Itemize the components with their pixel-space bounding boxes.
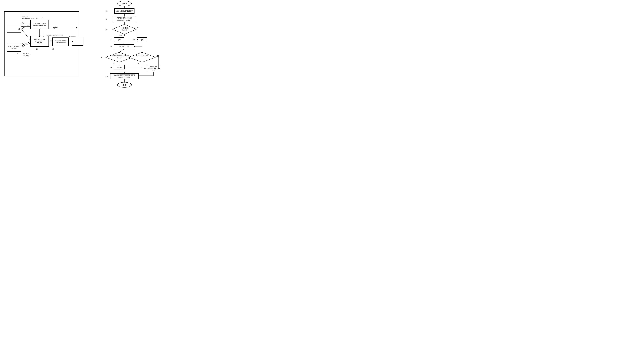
svg-marker-35: [52, 41, 53, 42]
diagram-detail-arrows: [0, 0, 82, 91]
svg-line-42: [22, 43, 30, 47]
svg-text:CALCULATE Fm: CALCULATE Fm: [119, 46, 130, 48]
svg-line-28: [22, 30, 30, 40]
svg-text:S7: S7: [101, 56, 102, 58]
svg-line-40: [22, 44, 23, 46]
svg-text:FORCE  Fm + ΔFm: FORCE Fm + ΔFm: [118, 76, 130, 78]
svg-marker-37: [72, 41, 73, 42]
svg-text:S9: S9: [110, 66, 112, 68]
svg-line-38: [22, 42, 30, 45]
svg-marker-31: [39, 36, 40, 37]
svg-rect-48: [113, 16, 136, 22]
svg-text:S4: S4: [133, 39, 135, 40]
svg-text:NO: NO: [138, 63, 140, 64]
svg-text:START: START: [122, 3, 127, 4]
svg-text:CALCULATE TARGET REACTIVE: CALCULATE TARGET REACTIVE: [114, 74, 135, 76]
svg-text:S21: S21: [124, 55, 126, 56]
svg-text:S6: S6: [110, 46, 112, 48]
svg-text:CONDITION: CONDITION: [120, 27, 128, 29]
flowchart-svg: START READ VEHICLE VELOCITY S1 READ DIST…: [82, 0, 161, 91]
svg-text:S2: S2: [106, 18, 108, 20]
svg-text:ADDITIONAL PULSE: ADDITIONAL PULSE: [147, 68, 160, 70]
svg-text:CHANGED?: CHANGED?: [120, 29, 128, 31]
svg-text:S5: S5: [110, 39, 112, 40]
svg-text:GENERATE: GENERATE: [150, 66, 157, 68]
svg-text:flg=0: flg=0: [118, 39, 121, 40]
svg-text:NO: NO: [120, 34, 122, 36]
svg-text:S10: S10: [105, 76, 108, 77]
block-diagram: CONDITION CHANGEDETECTION DEVICE REACTIV…: [0, 0, 82, 91]
svg-text:YES: YES: [137, 27, 140, 28]
svg-text:YES: YES: [156, 55, 159, 57]
svg-line-26: [22, 28, 23, 30]
svg-text:READ DISTANCE AND: READ DISTANCE AND: [117, 17, 132, 19]
svg-text:RELATIVE VELOCITY: RELATIVE VELOCITY: [117, 20, 132, 21]
svg-text:END: END: [123, 84, 126, 86]
svg-text:ΔFm=0: ΔFm=0: [117, 66, 122, 68]
svg-marker-25: [30, 24, 31, 25]
svg-text:Fm(k)-Fm(k-1) ≧ ΔF?: Fm(k)-Fm(k-1) ≧ ΔF?: [136, 55, 148, 56]
svg-text:S8: S8: [144, 68, 146, 69]
svg-line-113: [119, 49, 124, 52]
svg-text:flg = 1?: flg = 1?: [117, 57, 121, 58]
svg-text:READ VEHICLE VELOCITY: READ VEHICLE VELOCITY: [116, 10, 133, 12]
svg-text:S1: S1: [106, 10, 108, 12]
svg-text:ΔFm: ΔFm: [152, 70, 155, 71]
svg-text:NO: NO: [113, 63, 115, 64]
flowchart: START READ VEHICLE VELOCITY S1 READ DIST…: [82, 0, 161, 91]
svg-text:S3: S3: [106, 28, 108, 30]
svg-line-24: [22, 24, 30, 28]
svg-text:flg=1: flg=1: [140, 39, 144, 40]
